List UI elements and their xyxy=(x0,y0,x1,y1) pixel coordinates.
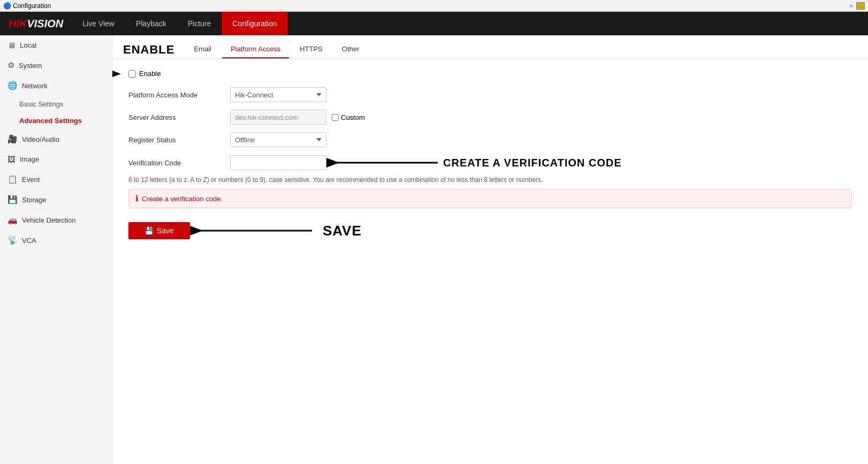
verification-code-label: Verification Code xyxy=(128,159,230,167)
server-address-label: Server Address xyxy=(128,113,230,121)
content-area: Enable Platform Access Mode Hik-Connect … xyxy=(112,59,868,251)
sidebar: 🖥 Local ⚙ System 🌐 Network Basic Setting… xyxy=(0,35,112,464)
tab-platform-access[interactable]: Platform Access xyxy=(222,41,289,58)
verif-warning: ℹ Create a verification code. xyxy=(128,189,852,208)
sidebar-item-image[interactable]: 🖼 Image xyxy=(0,149,112,169)
storage-icon: 💾 xyxy=(7,195,18,204)
nav-live-view[interactable]: Live View xyxy=(72,12,125,35)
server-address-row: Server Address Custom xyxy=(128,110,852,125)
tab-icon: 🔵 xyxy=(3,2,11,10)
event-icon: 📋 xyxy=(7,174,18,184)
sidebar-item-storage[interactable]: 💾 Storage xyxy=(0,189,112,210)
sidebar-sub-advanced-settings[interactable]: Advanced Settings xyxy=(0,112,112,129)
sidebar-item-event[interactable]: 📋 Event xyxy=(0,169,112,189)
save-button[interactable]: 💾 Save xyxy=(128,222,190,239)
vca-icon: 📡 xyxy=(7,235,18,245)
custom-wrap: Custom xyxy=(332,113,365,121)
sidebar-label-video-audio: Video/Audio xyxy=(22,135,59,143)
nav-configuration[interactable]: Configuration xyxy=(222,12,287,35)
layout: 🖥 Local ⚙ System 🌐 Network Basic Setting… xyxy=(0,35,868,464)
video-audio-icon: 🎥 xyxy=(7,134,18,144)
top-nav: HIKVISION Live View Playback Picture Con… xyxy=(0,12,868,35)
sidebar-label-local: Local xyxy=(20,41,36,49)
register-status-row: Register Status Offline Online xyxy=(128,132,852,147)
sidebar-item-video-audio[interactable]: 🎥 Video/Audio xyxy=(0,129,112,149)
enable-checkbox[interactable] xyxy=(128,70,136,78)
logo-vision: VISION xyxy=(27,18,63,29)
sidebar-item-vca[interactable]: 📡 VCA xyxy=(0,230,112,250)
register-status-label: Register Status xyxy=(128,136,230,144)
sidebar-item-local[interactable]: 🖥 Local xyxy=(0,35,112,55)
register-status-select[interactable]: Offline Online xyxy=(230,132,326,147)
save-btn-label: Save xyxy=(157,226,174,235)
tab-email[interactable]: Email xyxy=(185,41,220,58)
tabs-area: ENABLE Email Platform Access HTTPS Other xyxy=(112,35,868,59)
enable-row: Enable xyxy=(128,70,161,78)
close-button[interactable]: × xyxy=(848,3,855,9)
create-verif-annotation: CREATE A VERIFICATION CODE xyxy=(443,157,622,169)
local-icon: 🖥 xyxy=(7,41,16,50)
save-annotation: SAVE xyxy=(323,223,362,239)
server-address-input[interactable] xyxy=(230,110,326,125)
nav-picture[interactable]: Picture xyxy=(177,12,222,35)
network-icon: 🌐 xyxy=(7,81,18,90)
vehicle-detection-icon: 🚗 xyxy=(7,215,18,225)
tab-https[interactable]: HTTPS xyxy=(291,41,331,58)
custom-label: Custom xyxy=(341,113,365,121)
sidebar-item-network[interactable]: 🌐 Network xyxy=(0,75,112,96)
warning-icon: ℹ xyxy=(135,194,139,203)
enable-annotation-label: ENABLE xyxy=(123,43,174,57)
tab-other[interactable]: Other xyxy=(333,41,368,58)
enable-text: Enable xyxy=(139,70,161,78)
save-icon: 💾 xyxy=(144,226,154,235)
verif-note: 6 to 12 letters (a to z, A to Z) or numb… xyxy=(128,176,852,184)
title-bar-text: Configuration xyxy=(13,2,848,10)
sidebar-label-vca: VCA xyxy=(22,237,36,245)
image-icon: 🖼 xyxy=(7,155,16,164)
main-content: ENABLE Email Platform Access HTTPS Other xyxy=(112,35,868,464)
platform-access-mode-select[interactable]: Hik-Connect ISAPI xyxy=(230,87,326,102)
save-arrow-svg xyxy=(194,221,317,240)
sidebar-sub-basic-settings[interactable]: Basic Settings xyxy=(0,96,112,112)
sidebar-label-vehicle-detection: Vehicle Detection xyxy=(22,216,75,224)
custom-checkbox[interactable] xyxy=(332,114,339,121)
logo-hik: HIK xyxy=(9,18,27,29)
logo: HIKVISION xyxy=(0,18,72,30)
save-btn-row: 💾 Save SAVE xyxy=(128,221,852,240)
verif-arrow-svg xyxy=(331,155,438,171)
system-icon: ⚙ xyxy=(7,60,14,70)
restore-button[interactable] xyxy=(856,2,865,10)
enable-arrow-svg xyxy=(112,66,123,82)
platform-access-mode-row: Platform Access Mode Hik-Connect ISAPI xyxy=(128,87,852,102)
sidebar-item-vehicle-detection[interactable]: 🚗 Vehicle Detection xyxy=(0,210,112,230)
sidebar-label-event: Event xyxy=(22,176,40,184)
verification-code-input[interactable] xyxy=(230,155,326,170)
enable-label[interactable]: Enable xyxy=(128,70,161,78)
sidebar-label-system: System xyxy=(19,62,42,70)
sidebar-label-image: Image xyxy=(20,155,39,163)
create-verif-link[interactable]: Create a verification code. xyxy=(142,195,223,203)
platform-access-mode-label: Platform Access Mode xyxy=(128,91,230,99)
sidebar-item-system[interactable]: ⚙ System xyxy=(0,55,112,75)
sidebar-label-storage: Storage xyxy=(22,196,47,204)
nav-playback[interactable]: Playback xyxy=(125,12,177,35)
sidebar-label-network: Network xyxy=(22,82,48,90)
title-bar: 🔵 Configuration × xyxy=(0,0,868,12)
